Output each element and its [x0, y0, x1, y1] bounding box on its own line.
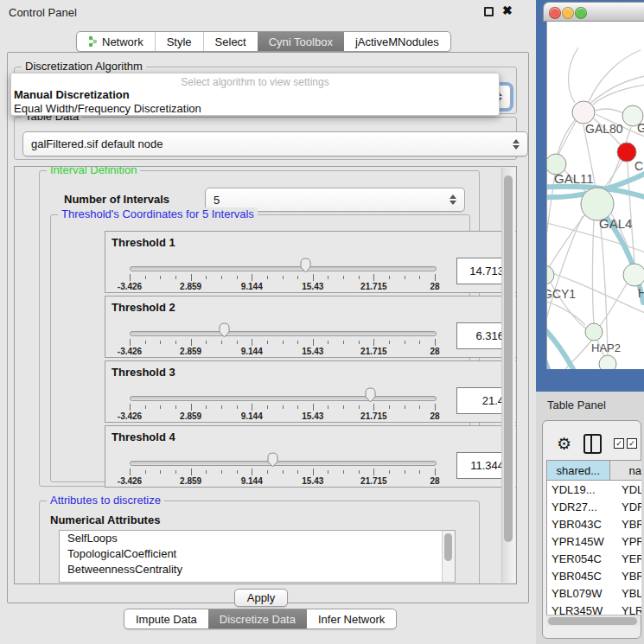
node-label: GA	[637, 121, 644, 135]
network-icon	[88, 35, 98, 48]
slider-tick-labels: -3.4262.8599.14415.4321.71528	[130, 347, 435, 356]
checkbox-icon[interactable]: ✓	[627, 438, 637, 449]
node-label: H	[638, 286, 644, 300]
slider-thumb[interactable]	[299, 258, 312, 273]
tab-label: Network	[102, 35, 143, 48]
slider-thumb[interactable]	[266, 452, 279, 468]
zoom-traffic-light[interactable]	[575, 7, 587, 19]
threshold-label: Threshold 1	[112, 236, 175, 249]
slider-track[interactable]	[130, 396, 437, 401]
float-window-icon[interactable]	[484, 7, 494, 16]
network-node[interactable]	[547, 265, 554, 284]
node-label: C	[634, 159, 643, 173]
threshold-2-panel: Threshold 2 -3.4262.8599.14415.4321.7152…	[105, 296, 517, 358]
scrollbar-thumb[interactable]	[548, 617, 637, 625]
network-node[interactable]	[623, 264, 644, 286]
bottom-tab-bar: Impute Data Discretize Data Infer Networ…	[124, 609, 397, 629]
table-row[interactable]: YER054CYER0	[547, 550, 641, 567]
slider-ticks	[130, 274, 435, 282]
numerical-attributes-label: Numerical Attributes	[50, 513, 160, 526]
scrollbar-thumb[interactable]	[504, 175, 513, 542]
slider-track[interactable]	[130, 461, 437, 466]
combo-arrows-icon	[513, 139, 520, 150]
network-view-canvas[interactable]: GAL80GACGAL11GAL4GCY1HHAP2	[546, 22, 644, 369]
network-node[interactable]	[617, 143, 636, 162]
algorithm-dropdown-popup: Select algorithm to view settings Manual…	[10, 73, 500, 116]
close-icon[interactable]: ✖	[502, 3, 513, 17]
close-traffic-light[interactable]	[549, 7, 561, 19]
slider-track[interactable]	[130, 331, 437, 336]
table-row[interactable]: YLR345WYLR3	[547, 602, 641, 615]
popup-option-equal-width[interactable]: Equal Width/Frequency Discretization	[14, 102, 201, 115]
table-row[interactable]: YPR145WYPR1	[547, 532, 641, 550]
table-horizontal-scrollbar[interactable]	[546, 615, 641, 626]
node-label: HAP2	[591, 341, 621, 354]
threshold-3-panel: Threshold 3 -3.4262.8599.14415.4321.7152…	[105, 360, 517, 423]
network-node[interactable]	[599, 355, 616, 369]
node-label: GCY1	[547, 287, 576, 301]
interval-definition-group: Interval Definition Number of Intervals …	[39, 170, 480, 487]
threshold-label: Threshold 4	[112, 430, 175, 443]
column-header-name[interactable]: na	[610, 461, 641, 480]
group-title: Attributes to discretize	[47, 494, 164, 507]
network-node[interactable]	[572, 101, 595, 124]
numerical-attributes-list[interactable]: SelfLoopsTopologicalCoefficientBetweenne…	[59, 530, 456, 583]
slider-ticks	[130, 469, 435, 476]
attribute-list-item[interactable]: TopologicalCoefficient	[60, 546, 455, 562]
minimize-traffic-light[interactable]	[562, 7, 574, 19]
table-row[interactable]: YDR27...YDR2	[547, 498, 641, 515]
table-toolbar: ⚙ ✓ ✓	[543, 430, 641, 456]
table-data-group: Table Data galFiltered.sif default node	[14, 117, 517, 160]
settings-scrollpane: Interval Definition Number of Intervals …	[14, 166, 517, 584]
attributes-group: Attributes to discretize Numerical Attri…	[39, 501, 480, 584]
panel-title: Control Panel	[9, 6, 77, 19]
checkbox-icon[interactable]: ✓	[614, 438, 624, 449]
attribute-list-item[interactable]: SelfLoops	[60, 531, 455, 546]
top-tab-bar: Network Style Select Cyni Toolbox jActiv…	[76, 31, 451, 52]
column-header-shared-name[interactable]: shared...	[547, 461, 610, 480]
network-node[interactable]	[585, 323, 603, 341]
tab-style[interactable]: Style	[155, 32, 203, 51]
tab-network[interactable]: Network	[77, 32, 155, 51]
vertical-scrollbar[interactable]	[501, 168, 515, 583]
slider-thumb[interactable]	[218, 322, 231, 338]
table-data-combobox[interactable]: galFiltered.sif default node	[22, 131, 528, 156]
popup-option-manual-discretization[interactable]: Manual Discretization	[14, 88, 130, 101]
table-row[interactable]: YBR043CYBR0	[547, 515, 641, 532]
tab-select[interactable]: Select	[203, 32, 258, 51]
network-window-titlebar[interactable]	[543, 2, 644, 22]
combo-arrows-icon	[450, 194, 456, 205]
slider-tick-labels: -3.4262.8599.14415.4321.71528	[130, 282, 435, 291]
node-table: shared... na YDL19...YDL1YDR27...YDR2YBR…	[546, 460, 641, 615]
slider-track[interactable]	[130, 266, 437, 271]
columns-icon[interactable]	[583, 434, 602, 454]
table-row[interactable]: YDL19...YDL1	[547, 481, 641, 498]
tab-impute-data[interactable]: Impute Data	[124, 609, 208, 628]
slider-tick-labels: -3.4262.8599.14415.4321.71528	[130, 411, 435, 421]
threshold-label: Threshold 2	[112, 301, 175, 314]
table-row[interactable]: YBL079WYBL0	[547, 584, 641, 602]
slider-ticks	[130, 339, 435, 347]
threshold-label: Threshold 3	[112, 366, 175, 379]
popup-hint: Select algorithm to view settings	[11, 76, 499, 88]
tab-infer-network[interactable]: Infer Network	[307, 609, 396, 628]
node-label: GAL80	[585, 122, 623, 136]
threshold-coordinates-group: Threshold's Coordinates for 5 Intervals …	[50, 214, 470, 482]
table-row[interactable]: YBR045CYBR0	[547, 567, 641, 584]
group-title: Interval Definition	[47, 166, 140, 176]
threshold-1-panel: Threshold 1 -3.4262.8599.14415.4321.7152…	[105, 231, 517, 293]
table-header-row: shared... na	[547, 461, 641, 481]
attribute-list-item[interactable]: BetweennessCentrality	[60, 562, 455, 577]
node-label: GAL11	[554, 171, 594, 186]
threshold-4-panel: Threshold 4 -3.4262.8599.14415.4321.7152…	[105, 425, 517, 488]
list-scrollbar[interactable]	[442, 531, 455, 582]
gear-icon[interactable]: ⚙	[557, 436, 571, 452]
node-label: GAL4	[599, 216, 632, 231]
num-intervals-label: Number of Intervals	[64, 193, 169, 206]
tab-jactivemnodules[interactable]: jActiveMNodules	[344, 32, 450, 51]
tab-cyni-toolbox[interactable]: Cyni Toolbox	[258, 32, 344, 51]
apply-button[interactable]: Apply	[234, 589, 288, 607]
group-title: Discretization Algorithm	[22, 60, 146, 73]
tab-discretize-data[interactable]: Discretize Data	[208, 609, 307, 628]
slider-thumb[interactable]	[364, 387, 377, 403]
